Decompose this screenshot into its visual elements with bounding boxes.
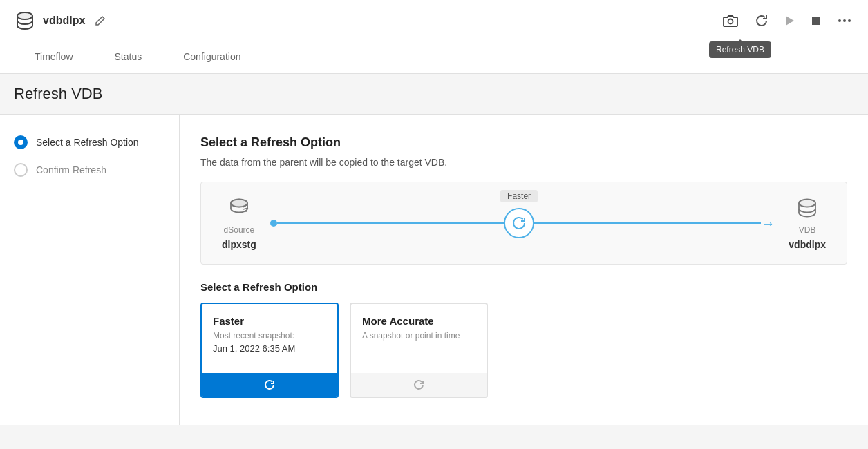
steps-sidebar: Select a Refresh Option Confirm Refresh (0, 115, 180, 425)
stop-button[interactable] (809, 13, 824, 28)
main-layout: Select a Refresh Option Confirm Refresh … (0, 114, 868, 425)
option-faster-date: Jun 1, 2022 6:35 AM (213, 343, 326, 354)
step-2: Confirm Refresh (14, 163, 165, 177)
content-area: Select a Refresh Option The data from th… (180, 115, 868, 425)
play-button[interactable] (782, 12, 798, 29)
option-card-faster-body: Faster Most recent snapshot: Jun 1, 2022… (202, 304, 337, 373)
option-card-more-accurate[interactable]: More Accurate A snapshot or point in tim… (350, 303, 488, 398)
option-section-title: Select a Refresh Option (200, 281, 847, 293)
source-name: dlpxstg (222, 239, 256, 250)
target-node: VDB vdbdlpx (789, 196, 826, 250)
svg-point-1 (728, 19, 733, 23)
tab-status[interactable]: Status (94, 41, 163, 73)
svg-point-0 (17, 12, 32, 19)
option-faster-title: Faster (213, 315, 326, 327)
connector-line (277, 222, 504, 224)
header-left: vdbdlpx (14, 10, 720, 32)
tab-timeflow[interactable]: Timeflow (14, 41, 94, 73)
step-1: Select a Refresh Option (14, 135, 165, 149)
svg-marker-2 (786, 16, 794, 26)
database-icon (14, 10, 36, 32)
option-faster-sub: Most recent snapshot: (213, 331, 326, 341)
option-card-faster[interactable]: Faster Most recent snapshot: Jun 1, 2022… (200, 303, 339, 398)
step-2-dot (14, 163, 28, 177)
arrow-right-icon: → (761, 216, 775, 230)
option-cards: Faster Most recent snapshot: Jun 1, 2022… (200, 303, 847, 398)
step-2-label: Confirm Refresh (36, 164, 106, 175)
app-title: vdbdlpx (43, 15, 85, 27)
faster-badge: Faster (500, 190, 538, 202)
refresh-circle-icon: Faster (504, 208, 534, 238)
page-title: Refresh VDB (14, 85, 854, 103)
step-1-label: Select a Refresh Option (36, 137, 139, 148)
content-title: Select a Refresh Option (200, 135, 847, 150)
svg-point-4 (838, 19, 841, 22)
option-faster-footer (202, 373, 337, 397)
option-accurate-footer (351, 373, 487, 397)
option-accurate-title: More Accurate (362, 315, 475, 327)
svg-point-12 (799, 200, 815, 207)
edit-button[interactable] (92, 12, 108, 29)
source-node: dSource dlpxstg (222, 196, 256, 250)
target-label: VDB (799, 225, 816, 235)
source-db-icon (227, 196, 252, 221)
connector-line-right (534, 222, 761, 224)
target-db-icon (795, 196, 820, 221)
content-description: The data from the parent will be copied … (200, 157, 847, 168)
page-title-bar: Refresh VDB (0, 74, 868, 114)
option-card-accurate-body: More Accurate A snapshot or point in tim… (351, 304, 487, 373)
svg-point-6 (848, 19, 851, 22)
camera-button[interactable] (720, 12, 741, 30)
diagram-box: dSource dlpxstg Faster → (200, 182, 847, 265)
step-1-dot (14, 135, 28, 149)
header-right: Refresh VDB (720, 11, 854, 30)
source-label: dSource (224, 225, 255, 235)
svg-point-5 (843, 19, 846, 22)
more-button[interactable] (835, 16, 854, 26)
diagram-connector: Faster → (270, 208, 775, 238)
connector-dot (270, 220, 277, 227)
tab-configuration[interactable]: Configuration (162, 41, 261, 73)
svg-rect-3 (812, 17, 820, 25)
tooltip-refresh-vdb: Refresh VDB (709, 41, 771, 58)
option-accurate-sub: A snapshot or point in time (362, 331, 475, 341)
target-name: vdbdlpx (789, 239, 826, 250)
refresh-button[interactable] (752, 11, 771, 30)
header: vdbdlpx Refresh VDB (0, 0, 868, 41)
